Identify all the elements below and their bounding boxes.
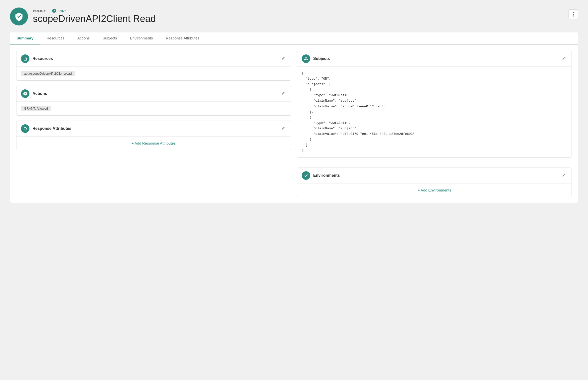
more-options-button[interactable] <box>569 9 578 19</box>
tab-actions[interactable]: Actions <box>71 32 96 44</box>
tab-subjects[interactable]: Subjects <box>96 32 124 44</box>
actions-card-header-left: Actions <box>21 89 47 98</box>
content-area: Resources api://scopeDrivenAPI2Client/re… <box>10 44 578 203</box>
tab-resources[interactable]: Resources <box>40 32 71 44</box>
actions-title: Actions <box>32 91 47 96</box>
subjects-json: { "type": "OR", "subjects": [ { "type": … <box>297 67 572 157</box>
summary-grid: Resources api://scopeDrivenAPI2Client/re… <box>16 51 572 197</box>
tabs-bar: Summary Resources Actions Subjects Envir… <box>10 32 578 44</box>
active-badge: Active <box>52 9 66 13</box>
resources-icon <box>21 54 29 63</box>
subjects-card: Subjects { "type": "OR", "subjects": [ {… <box>297 51 572 158</box>
header-left: POLICY Active scopeDrivenAPI2Client Read <box>10 7 156 25</box>
add-environments-link[interactable]: + Add Environments <box>297 184 572 197</box>
resource-tag: api://scopeDrivenAPI2Client/read <box>21 71 75 76</box>
left-column: Resources api://scopeDrivenAPI2Client/re… <box>16 51 291 197</box>
response-attributes-card-header-left: Response Attributes <box>21 124 71 133</box>
resources-edit-button[interactable] <box>280 55 286 62</box>
actions-icon <box>21 89 29 98</box>
resources-card-body: api://scopeDrivenAPI2Client/read <box>16 67 291 80</box>
environments-edit-button[interactable] <box>561 172 567 179</box>
divider <box>49 9 49 13</box>
actions-card: Actions GRANT: Allowed <box>16 86 291 116</box>
subjects-icon <box>302 54 310 63</box>
resources-title: Resources <box>32 56 53 61</box>
response-attributes-card: Response Attributes + Add Response Attri… <box>16 121 291 150</box>
page-title: scopeDrivenAPI2Client Read <box>33 14 156 24</box>
subjects-edit-button[interactable] <box>561 55 567 62</box>
active-label: Active <box>57 9 66 13</box>
response-attributes-card-header: Response Attributes <box>16 121 291 137</box>
subjects-card-header-left: Subjects <box>302 54 330 63</box>
add-response-attributes-link[interactable]: + Add Response Attributes <box>16 137 291 150</box>
environments-icon <box>302 171 310 180</box>
kebab-icon <box>573 12 574 16</box>
response-attributes-edit-button[interactable] <box>280 125 286 132</box>
tab-summary[interactable]: Summary <box>10 32 40 44</box>
response-attributes-icon <box>21 124 29 133</box>
grant-badge: GRANT: Allowed <box>21 106 51 111</box>
header-title-group: POLICY Active scopeDrivenAPI2Client Read <box>33 9 156 24</box>
tab-response-attributes[interactable]: Response Attributes <box>159 32 206 44</box>
tab-environments[interactable]: Environments <box>124 32 159 44</box>
active-check-icon <box>52 9 56 13</box>
resources-card-header: Resources <box>16 51 291 67</box>
page-header: POLICY Active scopeDrivenAPI2Client Read <box>10 7 578 25</box>
policy-logo-icon <box>10 7 28 25</box>
policy-label: POLICY <box>33 9 46 13</box>
subjects-title: Subjects <box>313 56 330 61</box>
resources-card: Resources api://scopeDrivenAPI2Client/re… <box>16 51 291 81</box>
response-attributes-title: Response Attributes <box>32 126 71 131</box>
environments-card-header-left: Environments <box>302 171 340 180</box>
actions-card-body: GRANT: Allowed <box>16 102 291 115</box>
resources-card-header-left: Resources <box>21 54 53 63</box>
actions-edit-button[interactable] <box>280 90 286 97</box>
actions-card-header: Actions <box>16 86 291 102</box>
subjects-card-header: Subjects <box>297 51 572 67</box>
right-column: Subjects { "type": "OR", "subjects": [ {… <box>297 51 572 197</box>
environments-card: Environments + Add Environments <box>297 168 572 197</box>
environments-title: Environments <box>313 173 340 178</box>
environments-card-header: Environments <box>297 168 572 184</box>
policy-row: POLICY Active <box>33 9 156 13</box>
